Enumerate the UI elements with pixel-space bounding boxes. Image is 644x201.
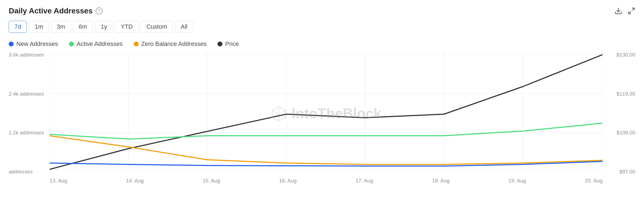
x-label-6: 19. Aug: [508, 178, 526, 184]
svg-line-1: [632, 8, 634, 10]
y-right-label-0: $97.00: [619, 169, 635, 175]
title-group: Daily Active Addresses ?: [9, 7, 103, 15]
y-label-0: addresses: [9, 169, 33, 175]
x-label-2: 15. Aug: [202, 178, 220, 184]
legend-row: New Addresses Active Addresses Zero Bala…: [9, 40, 635, 48]
y-right-label-1: $108.00: [616, 130, 635, 136]
price-line: [50, 55, 603, 169]
header-row: Daily Active Addresses ?: [9, 7, 635, 15]
zero-balance-dot: [134, 42, 139, 46]
chart-svg: [50, 52, 603, 175]
legend-price: Price: [217, 40, 239, 48]
filter-6m[interactable]: 6m: [73, 21, 93, 33]
expand-button[interactable]: [628, 7, 635, 15]
zero-balance-line: [50, 136, 603, 164]
y-label-3: 3.6k addresses: [9, 52, 44, 58]
chart-area: 3.6k addresses 2.4k addresses 1.2k addre…: [9, 52, 635, 186]
chart-container: Daily Active Addresses ?: [0, 0, 644, 201]
filter-3m[interactable]: 3m: [51, 21, 71, 33]
svg-line-2: [629, 11, 631, 14]
new-addresses-dot: [9, 42, 14, 46]
price-label: Price: [225, 40, 239, 48]
y-label-1: 1.2k addresses: [9, 130, 44, 136]
filter-ytd[interactable]: YTD: [115, 21, 138, 33]
active-addresses-dot: [69, 42, 74, 46]
zero-balance-label: Zero Balance Addresses: [141, 40, 207, 48]
y-axis-left: 3.6k addresses 2.4k addresses 1.2k addre…: [9, 52, 50, 175]
active-addresses-line: [50, 123, 603, 139]
x-label-5: 18. Aug: [432, 178, 449, 184]
header-actions: [615, 7, 635, 15]
filter-all[interactable]: All: [175, 21, 193, 33]
y-axis-right: $130.00 $119.00 $108.00 $97.00: [603, 52, 635, 175]
legend-zero-balance: Zero Balance Addresses: [134, 40, 207, 48]
filter-1y[interactable]: 1y: [95, 21, 113, 33]
active-addresses-label: Active Addresses: [77, 40, 123, 48]
price-dot: [217, 42, 222, 46]
filter-7d[interactable]: 7d: [9, 21, 27, 33]
x-axis: 13. Aug 14. Aug 15. Aug 16. Aug 17. Aug …: [50, 176, 603, 186]
x-label-0: 13. Aug: [50, 178, 67, 184]
x-label-4: 17. Aug: [356, 178, 373, 184]
time-filters: 7d 1m 3m 6m 1y YTD Custom All: [9, 21, 635, 33]
y-label-2: 2.4k addresses: [9, 91, 44, 97]
download-button[interactable]: [615, 7, 622, 15]
svg-chart-area: IntoTheBlock: [50, 52, 603, 175]
y-right-label-3: $130.00: [616, 52, 635, 58]
legend-active-addresses: Active Addresses: [69, 40, 123, 48]
x-label-7: 20. Aug: [585, 178, 603, 184]
filter-1m[interactable]: 1m: [29, 21, 49, 33]
chart-title: Daily Active Addresses: [9, 7, 93, 15]
x-label-1: 14. Aug: [126, 178, 144, 184]
filter-custom[interactable]: Custom: [141, 21, 173, 33]
new-addresses-label: New Addresses: [16, 40, 58, 48]
help-icon[interactable]: ?: [96, 7, 103, 14]
x-label-3: 16. Aug: [279, 178, 297, 184]
y-right-label-2: $119.00: [616, 91, 635, 97]
legend-new-addresses: New Addresses: [9, 40, 58, 48]
